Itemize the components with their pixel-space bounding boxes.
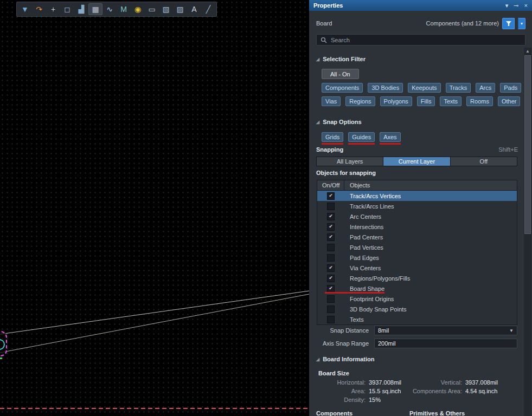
scrollbar-thumb[interactable] [524,55,531,234]
scrollbar-up-arrow[interactable]: ▲ [524,48,531,55]
stat-value: 3937.008mil [465,379,517,386]
green-origin-mark [0,358,2,359]
filter-tracks-button[interactable]: Tracks [446,83,471,93]
panel-scrollbar[interactable]: ▲ [524,48,531,416]
filter-rooms-button[interactable]: Rooms [466,96,493,106]
filter-3d-bodies-button[interactable]: 3D Bodies [368,83,403,93]
axis-snap-range-input[interactable]: 200mil [374,339,517,348]
filter-components-button[interactable]: Components [322,83,363,93]
snap-object-row-pad-vertices[interactable]: Pad Vertices [317,242,517,252]
scope-filter-dropdown-button[interactable]: ▾ [518,18,525,29]
snap-distance-dropdown[interactable]: 8mil ▼ [374,326,517,335]
checkbox-track-arcs-vertices[interactable]: ✔ [327,192,335,200]
snap-object-label: Pad Edges [344,255,379,261]
pcb-canvas[interactable]: ▼↷+◻▟▦∿M◉▭▧▨A╱ [0,0,309,416]
checkbox-cell: ✔ [317,223,344,231]
snap-object-row-pad-edges[interactable]: Pad Edges [317,252,517,263]
bar-chart-icon[interactable]: ▟ [74,3,88,15]
snap-object-row-regions-polygons-fills[interactable]: ✔Regions/Polygons/Fills [317,273,517,283]
segment-all-layers[interactable]: All Layers [317,157,383,166]
snap-object-row-footprint-origins[interactable]: Footprint Origins [317,294,517,304]
filter-other-button[interactable]: Other [498,96,521,106]
close-icon[interactable]: × [524,2,528,9]
snap-object-row-arc-centers[interactable]: ✔Arc Centers [317,211,517,222]
column-header-objects[interactable]: Objects [344,180,517,190]
crosshair-icon[interactable]: + [46,3,60,15]
checkbox-intersections[interactable]: ✔ [327,223,335,231]
arc-route-icon[interactable]: ↷ [32,3,46,15]
section-components[interactable]: Components [316,410,352,416]
filter-arcs-button[interactable]: Arcs [476,83,495,93]
filter-icon[interactable]: ▼ [18,3,32,15]
pad-arc-shape [0,339,5,350]
checkbox-board-shape[interactable]: ✔ [327,285,335,292]
line-icon[interactable]: ╱ [201,3,215,15]
snap-toggle-axes-button[interactable]: Axes [380,132,400,142]
filter-polygons-button[interactable]: Polygons [380,96,412,106]
snap-object-row-texts[interactable]: Texts [317,314,517,324]
segment-off[interactable]: Off [451,157,517,166]
checkbox-cell: ✔ [317,285,344,292]
all-on-button[interactable]: All - On [322,69,359,79]
interactive-route-icon[interactable]: ∿ [102,3,117,15]
pin-icon[interactable]: ⊸ [514,2,518,9]
selection-marquee-icon[interactable]: ◻ [60,3,74,15]
snap-object-label: Intersections [344,224,383,230]
meander-route-icon[interactable]: M [117,3,131,15]
checkbox-arc-centers[interactable]: ✔ [327,213,335,220]
checkbox-texts[interactable] [327,316,335,323]
section-primitives-others[interactable]: Primitives & Others [409,410,465,416]
filter-texts-button[interactable]: Texts [440,96,462,106]
via-icon[interactable]: ◉ [131,3,145,15]
board-size-stats: Horizontal:3937.008milVertical:3937.008m… [316,379,517,404]
board-label: Board [316,20,332,27]
filter-fills-button[interactable]: Fills [417,96,435,106]
segment-current-layer[interactable]: Current Layer [383,157,450,166]
checkbox-pad-vertices[interactable] [327,244,335,251]
snap-object-label: Track/Arcs Vertices [344,193,401,199]
snap-object-row-track-arcs-lines[interactable]: Track/Arcs Lines [317,201,517,211]
snap-object-row-track-arcs-vertices[interactable]: ✔Track/Arcs Vertices [317,191,517,201]
checkbox-pad-edges[interactable] [327,254,335,262]
snap-object-label: Arc Centers [344,213,381,220]
collapse-triangle-icon: ◢ [316,357,319,362]
filter-regions-button[interactable]: Regions [345,96,375,106]
region-icon[interactable]: ▧ [159,3,173,15]
stat-label: Horizontal: [316,379,369,386]
snapping-row: Snapping Shift+E [316,146,518,153]
filter-keepouts-button[interactable]: Keepouts [408,83,440,93]
scope-filter-button[interactable] [502,18,515,29]
snap-toggle-grids-button[interactable]: Grids [322,132,343,142]
grid-icon[interactable]: ▦ [88,3,102,15]
snap-distance-row: Snap Distance 8mil ▼ [316,326,517,335]
search-icon [321,37,327,43]
checkbox-3d-body-snap-points[interactable] [327,306,335,313]
section-selection-filter[interactable]: ◢ Selection Filter [316,56,366,62]
section-snap-options[interactable]: ◢ Snap Options [316,119,362,125]
column-header-onoff[interactable]: On/Off [317,180,344,190]
filter-vias-button[interactable]: Vias [322,96,341,106]
search-input[interactable]: Search [316,34,525,46]
checkbox-pad-centers[interactable]: ✔ [327,233,335,241]
checkbox-regions-polygons-fills[interactable]: ✔ [327,275,335,282]
text-icon[interactable]: A [187,3,201,15]
snap-toggle-guides-button[interactable]: Guides [348,132,375,142]
polygon-icon[interactable]: ▨ [173,3,187,15]
pad-icon[interactable]: ▭ [145,3,159,15]
filter-pads-button[interactable]: Pads [500,83,521,93]
checkbox-via-centers[interactable]: ✔ [327,264,335,272]
snap-object-row-intersections[interactable]: ✔Intersections [317,222,517,232]
snap-object-row-via-centers[interactable]: ✔Via Centers [317,263,517,273]
snap-object-label: Regions/Polygons/Fills [344,275,410,282]
snap-object-row-board-shape[interactable]: ✔Board Shape [317,283,517,294]
chevron-down-icon[interactable]: ▾ [505,2,509,9]
section-board-information[interactable]: ◢ Board Information [316,356,375,362]
snap-object-label: Board Shape [344,285,384,292]
snap-object-row-3d-body-snap-points[interactable]: 3D Body Snap Points [317,304,517,314]
checkbox-footprint-origins[interactable] [327,295,335,303]
properties-panel: Properties ▾ ⊸ × Board Components (and 1… [309,0,532,416]
checkbox-track-arcs-lines[interactable] [327,203,335,210]
section-title: Snap Options [323,119,362,125]
snap-object-row-pad-centers[interactable]: ✔Pad Centers [317,232,517,242]
snap-object-label: Via Centers [344,265,381,271]
